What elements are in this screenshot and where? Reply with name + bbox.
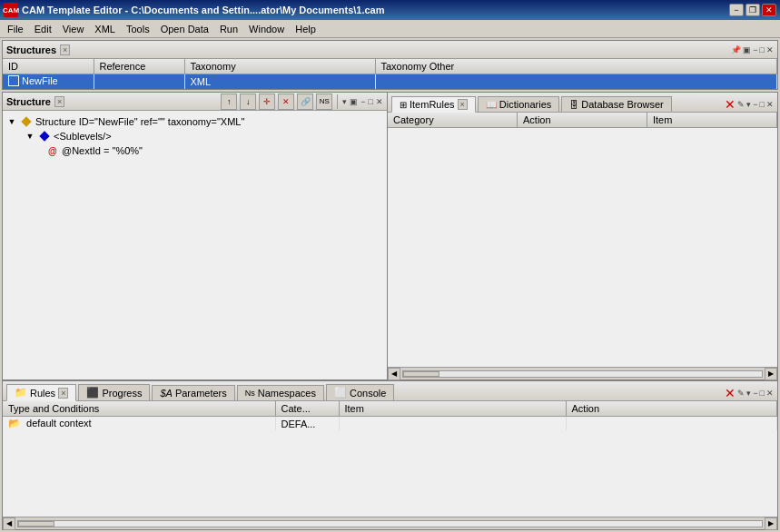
right-panel-pin[interactable]: ▾ bbox=[746, 100, 751, 109]
row-reference bbox=[94, 74, 184, 90]
tab-rules-label: Rules bbox=[30, 388, 55, 399]
down-btn[interactable]: ↓ bbox=[240, 94, 256, 110]
structure-panel-restore[interactable]: ▣ bbox=[350, 97, 358, 106]
structure-panel-close2[interactable]: ✕ bbox=[376, 97, 383, 106]
hscroll-track[interactable] bbox=[402, 370, 763, 378]
menu-item-run[interactable]: Run bbox=[214, 22, 243, 36]
structures-panel-close[interactable]: × bbox=[60, 44, 70, 55]
tab-namespaces-icon: Ns bbox=[245, 389, 255, 398]
structure-panel-pin[interactable]: ▾ bbox=[342, 97, 347, 106]
menu-item-view[interactable]: View bbox=[57, 22, 90, 36]
bottom-hscrollbar[interactable]: ◀ ▶ bbox=[3, 517, 777, 529]
tab-rules[interactable]: 📁 Rules × bbox=[6, 384, 76, 401]
structure-panel-max[interactable]: □ bbox=[369, 97, 373, 106]
itemrules-col-headers: Category Action Item bbox=[388, 113, 777, 128]
link-btn[interactable]: 🔗 bbox=[297, 94, 313, 110]
tab-console[interactable]: ⬜ Console bbox=[326, 384, 394, 400]
diamond-icon-sublevels bbox=[38, 130, 51, 143]
menu-item-open data[interactable]: Open Data bbox=[155, 22, 214, 36]
menu-item-help[interactable]: Help bbox=[290, 22, 321, 36]
tab-namespaces[interactable]: Ns Namespaces bbox=[237, 385, 324, 400]
tree-item-root[interactable]: ▼ Structure ID="NewFile" ref="" taxonomy… bbox=[6, 114, 383, 129]
folder-icon: 📂 bbox=[8, 418, 21, 429]
tab-itemrules[interactable]: ⊞ ItemRules × bbox=[391, 96, 476, 113]
bottom-max[interactable]: □ bbox=[760, 389, 765, 398]
right-panel-close[interactable]: ✕ bbox=[725, 97, 736, 112]
table-row[interactable]: 📂 default context DEFA... bbox=[3, 417, 777, 431]
structure-panel-min[interactable]: − bbox=[360, 97, 365, 106]
itemrules-content bbox=[388, 128, 777, 367]
ns-btn[interactable]: NS bbox=[316, 94, 332, 110]
hscroll-thumb[interactable] bbox=[403, 371, 439, 377]
restore-button[interactable]: ❐ bbox=[745, 4, 760, 16]
tree-item-sublevels[interactable]: ▼ <Sublevels/> bbox=[6, 129, 383, 143]
tab-parameters-label: Parameters bbox=[175, 388, 227, 399]
bottom-close[interactable]: ✕ bbox=[725, 386, 736, 400]
col-action-bottom: Action bbox=[566, 401, 777, 417]
tree-item-nextid[interactable]: @ @NextId = "%0%" bbox=[6, 143, 383, 158]
bottom-edit[interactable]: ✎ bbox=[737, 389, 745, 398]
bottom-pin[interactable]: ▾ bbox=[746, 389, 751, 398]
tree-label-sublevels: <Sublevels/> bbox=[54, 131, 112, 142]
tree-expand-sublevels[interactable]: ▼ bbox=[25, 131, 35, 142]
right-panel-close2[interactable]: ✕ bbox=[766, 100, 774, 109]
tab-parameters[interactable]: $A Parameters bbox=[152, 385, 234, 400]
bottom-section: 📁 Rules × ⬛ Progress $A Parameters Ns Na… bbox=[2, 380, 778, 530]
row-action bbox=[566, 417, 777, 431]
tab-itemrules-close[interactable]: × bbox=[458, 99, 468, 110]
hscroll-left-arrow[interactable]: ◀ bbox=[388, 368, 400, 380]
delete-btn[interactable]: ✕ bbox=[278, 94, 294, 110]
row-taxonomy-other bbox=[375, 74, 777, 90]
col-reference: Reference bbox=[94, 59, 184, 74]
hscroll-right-arrow[interactable]: ▶ bbox=[765, 368, 777, 380]
structures-panel-max[interactable]: □ bbox=[760, 45, 765, 54]
menu-item-window[interactable]: Window bbox=[243, 22, 290, 36]
right-panel: ⊞ ItemRules × 📖 Dictionaries 🗄 Database … bbox=[388, 92, 778, 380]
structure-panel-close[interactable]: × bbox=[54, 96, 64, 107]
menu-item-xml[interactable]: XML bbox=[89, 22, 121, 36]
structures-panel-pin[interactable]: 📌 bbox=[731, 45, 741, 54]
menu-item-tools[interactable]: Tools bbox=[121, 22, 155, 36]
right-panel-min[interactable]: − bbox=[753, 100, 757, 109]
app-icon: CAM bbox=[4, 3, 18, 17]
tab-console-icon: ⬜ bbox=[334, 387, 347, 399]
row-id-text: NewFile bbox=[22, 75, 58, 86]
right-panel-edit[interactable]: ✎ bbox=[737, 100, 745, 109]
bottom-hscroll-left[interactable]: ◀ bbox=[3, 517, 15, 530]
close-button[interactable]: ✕ bbox=[762, 4, 776, 16]
right-panel-max[interactable]: □ bbox=[760, 100, 765, 109]
tree-expand-root[interactable]: ▼ bbox=[6, 116, 17, 127]
tab-database-browser[interactable]: 🗄 Database Browser bbox=[561, 96, 672, 112]
bottom-min[interactable]: − bbox=[753, 389, 757, 398]
bottom-close2[interactable]: ✕ bbox=[766, 389, 774, 398]
window-title: CAM Template Editor - C:\Documents and S… bbox=[22, 5, 385, 15]
bottom-hscroll-track[interactable] bbox=[17, 520, 763, 527]
tab-rules-close[interactable]: × bbox=[58, 388, 68, 399]
structures-panel-close2[interactable]: ✕ bbox=[766, 45, 774, 54]
menu-item-edit[interactable]: Edit bbox=[29, 22, 57, 36]
up-btn[interactable]: ↑ bbox=[221, 94, 237, 110]
structure-panel: Structure × ↑ ↓ ✛ ✕ 🔗 NS ▾ ▣ − □ ✕ bbox=[2, 92, 388, 380]
menu-bar: FileEditViewXMLToolsOpen DataRunWindowHe… bbox=[0, 20, 780, 38]
add-element-btn[interactable]: ✛ bbox=[259, 94, 275, 110]
tab-progress-icon: ⬛ bbox=[86, 387, 99, 399]
row-type: 📂 default context bbox=[3, 417, 275, 431]
tree-label-root: Structure ID="NewFile" ref="" taxonomy="… bbox=[35, 116, 244, 127]
tab-progress-label: Progress bbox=[102, 388, 142, 399]
app-icon-text: CAM bbox=[3, 6, 19, 15]
menu-item-file[interactable]: File bbox=[2, 22, 29, 36]
right-panel-hscrollbar[interactable]: ◀ ▶ bbox=[388, 367, 777, 379]
tab-progress[interactable]: ⬛ Progress bbox=[78, 384, 150, 400]
bottom-tabs-header: 📁 Rules × ⬛ Progress $A Parameters Ns Na… bbox=[3, 381, 777, 401]
tab-itemrules-label: ItemRules bbox=[410, 99, 455, 110]
bottom-hscroll-thumb[interactable] bbox=[18, 521, 54, 527]
col-taxonomy-other: Taxonomy Other bbox=[375, 59, 777, 74]
tab-dictionaries[interactable]: 📖 Dictionaries bbox=[478, 96, 559, 112]
structures-panel-restore[interactable]: ▣ bbox=[743, 45, 751, 54]
structures-panel-min[interactable]: − bbox=[753, 45, 757, 54]
diamond-icon-root bbox=[20, 115, 33, 128]
col-id: ID bbox=[3, 59, 94, 74]
minimize-button[interactable]: − bbox=[729, 4, 744, 16]
bottom-hscroll-right[interactable]: ▶ bbox=[765, 517, 777, 530]
table-row[interactable]: NewFile XML bbox=[3, 74, 777, 90]
